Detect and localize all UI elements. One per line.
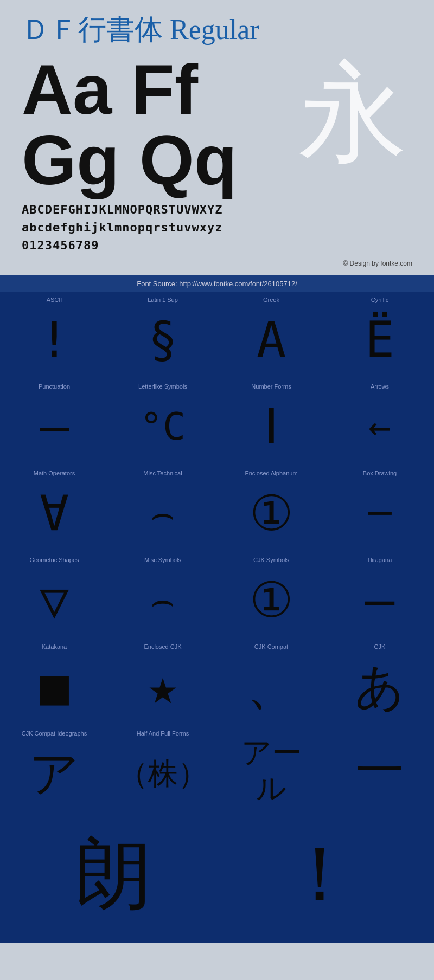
bottom-glyph-2: ！ xyxy=(217,823,423,926)
uppercase-alphabet: ABCDEFGHIJKLMNOPQRSTUVWXYZ xyxy=(22,201,412,218)
glyph-cell-katakana2: アール xyxy=(217,726,326,813)
char-halffull: （株） xyxy=(118,739,208,808)
glyph-cell-cjksym: CJK Symbols ① xyxy=(217,552,326,639)
glyph-grid: ASCII ! Latin 1 Sup § Greek Α Cyrillic Ë… xyxy=(0,292,434,813)
label-ascii: ASCII xyxy=(47,296,62,303)
label-greek: Greek xyxy=(263,296,279,303)
glyph-cell-punctuation: Punctuation — xyxy=(0,379,108,466)
glyph-cell-enclosedcjk: Enclosed CJK ★ xyxy=(108,639,217,726)
glyph-cell-halffull: Half And Full Forms （株） xyxy=(108,726,217,813)
glyph-cell-cjk: CJK あ xyxy=(326,639,434,726)
label-punctuation: Punctuation xyxy=(39,383,70,390)
label-mathop: Math Operators xyxy=(34,470,75,476)
label-cyrillic: Cyrillic xyxy=(371,296,388,303)
char-greek: Α xyxy=(257,305,286,375)
char-cjk: あ xyxy=(355,652,405,721)
label-enclosedcjk: Enclosed CJK xyxy=(144,643,181,650)
char-ascii: ! xyxy=(40,305,69,375)
glyph-cell-geoshapes: Geometric Shapes ▽ xyxy=(0,552,108,639)
char-mathop: ∀ xyxy=(40,479,69,548)
glyph-cell-greek: Greek Α xyxy=(217,292,326,379)
char-bottom-2: ！ xyxy=(282,823,358,926)
label-katakana: Katakana xyxy=(42,643,67,650)
label-hiragana: Hiragana xyxy=(368,557,392,563)
design-credit: © Design by fontke.com xyxy=(22,257,412,270)
glyph-cell-cjk2: 一 xyxy=(326,726,434,813)
glyph-cell-cyrillic: Cyrillic Ë xyxy=(326,292,434,379)
label-latin1sup: Latin 1 Sup xyxy=(148,296,178,303)
label-cjkcompat: CJK Compat xyxy=(254,643,288,650)
glyph-cell-arrows: Arrows ← xyxy=(326,379,434,466)
char-cjk2: 一 xyxy=(355,732,404,808)
glyph-cell-numberforms: Number Forms Ⅰ xyxy=(217,379,326,466)
char-letterlike: °C xyxy=(140,392,186,461)
glyph-cell-latin1sup: Latin 1 Sup § xyxy=(108,292,217,379)
label-miscsym: Misc Symbols xyxy=(144,557,181,563)
glyph-cell-cjkcompat: CJK Compat 、 xyxy=(217,639,326,726)
char-latin1sup: § xyxy=(148,305,177,375)
glyph-cell-katakana: Katakana ■ xyxy=(0,639,108,726)
char-cjksym: ① xyxy=(250,565,293,635)
label-numberforms: Number Forms xyxy=(251,383,291,390)
char-geoshapes: ▽ xyxy=(40,565,69,635)
glyph-cell-enclosedal: Enclosed Alphanum ① xyxy=(217,466,326,552)
glyph-cell-boxdrawing: Box Drawing ─ xyxy=(326,466,434,552)
glyph-cell-letterlike: Letterlike Symbols °C xyxy=(108,379,217,466)
char-cjkideographs: ア xyxy=(29,739,79,808)
char-bottom-1: 朗 xyxy=(76,823,152,926)
label-arrows: Arrows xyxy=(371,383,389,390)
glyph-cell-cjkideographs: CJK Compat Ideographs ア xyxy=(0,726,108,813)
label-letterlike: Letterlike Symbols xyxy=(138,383,187,390)
preview-chars: Aa Ff Gg Qq 永 xyxy=(22,54,412,195)
label-misctech: Misc Technical xyxy=(143,470,182,476)
font-title: ＤＦ行書体 Regular xyxy=(22,11,412,49)
digits: 0123456789 xyxy=(22,236,412,254)
glyph-cell-hiragana: Hiragana — xyxy=(326,552,434,639)
glyph-cell-misctech: Misc Technical ⌢ xyxy=(108,466,217,552)
glyph-cell-mathop: Math Operators ∀ xyxy=(0,466,108,552)
char-katakana: ■ xyxy=(40,652,69,721)
label-halffull: Half And Full Forms xyxy=(137,730,189,737)
label-geoshapes: Geometric Shapes xyxy=(29,557,79,563)
label-boxdrawing: Box Drawing xyxy=(363,470,397,476)
top-section: ＤＦ行書体 Regular Aa Ff Gg Qq 永 ABCDEFGHIJKL… xyxy=(0,0,434,275)
label-cjk: CJK xyxy=(374,643,386,650)
dark-section: Font Source: http://www.fontke.com/font/… xyxy=(0,275,434,943)
char-arrows: ← xyxy=(368,392,391,461)
bottom-glyph-1: 朗 xyxy=(11,823,217,926)
char-misctech: ⌢ xyxy=(150,479,175,548)
char-hiragana: — xyxy=(365,565,394,635)
char-enclosedal: ① xyxy=(250,479,293,548)
char-cjkcompat: 、 xyxy=(247,652,296,721)
cjk-preview: 永 xyxy=(298,60,407,168)
alphabet-section: ABCDEFGHIJKLMNOPQRSTUVWXYZ abcdefghijklm… xyxy=(22,195,412,257)
char-punctuation: — xyxy=(40,392,69,461)
label-cjkideographs: CJK Compat Ideographs xyxy=(22,730,87,737)
font-source: Font Source: http://www.fontke.com/font/… xyxy=(0,275,434,292)
char-numberforms: Ⅰ xyxy=(264,392,279,461)
bottom-row: 朗 ！ xyxy=(0,813,434,943)
char-katakana2: アール xyxy=(241,732,302,808)
char-miscsym: ⌢ xyxy=(150,565,175,635)
char-cyrillic: Ë xyxy=(365,305,394,375)
label-enclosedal: Enclosed Alphanum xyxy=(245,470,297,476)
glyph-cell-miscsym: Misc Symbols ⌢ xyxy=(108,552,217,639)
label-cjksym: CJK Symbols xyxy=(253,557,289,563)
glyph-cell-ascii: ASCII ! xyxy=(0,292,108,379)
char-enclosedcjk: ★ xyxy=(148,652,177,721)
char-boxdrawing: ─ xyxy=(368,479,391,548)
lowercase-alphabet: abcdefghijklmnopqrstuvwxyz xyxy=(22,218,412,236)
